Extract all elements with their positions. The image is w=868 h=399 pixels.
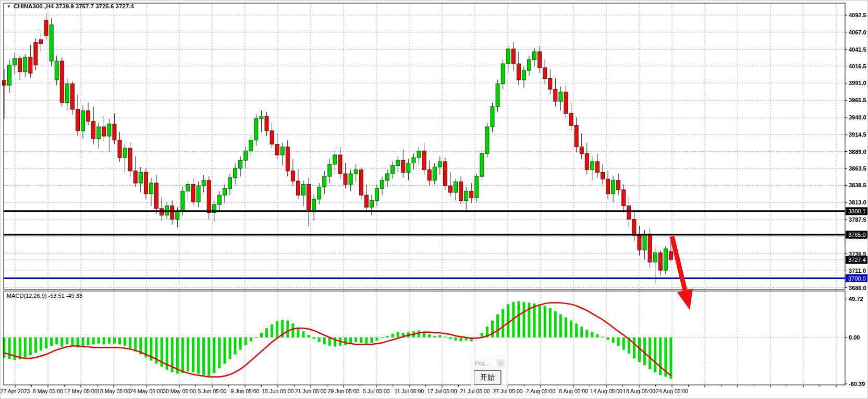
svg-text:3700.0: 3700.0 bbox=[848, 275, 866, 282]
svg-text:27 Apr 2023: 27 Apr 2023 bbox=[1, 388, 30, 394]
svg-text:-60.39: -60.39 bbox=[849, 381, 865, 387]
svg-text:4067.0: 4067.0 bbox=[849, 29, 866, 35]
popup-title: Poi... bbox=[474, 359, 490, 367]
svg-text:3914.5: 3914.5 bbox=[849, 131, 866, 138]
symbol-ohlc-text: CHINA300-,H4 3739.9 3757.7 3725.6 3727.4 bbox=[14, 3, 134, 9]
svg-text:4016.5: 4016.5 bbox=[849, 63, 866, 69]
svg-text:3711.0: 3711.0 bbox=[849, 268, 866, 274]
candles-layer bbox=[3, 14, 673, 284]
macd-histogram-layer bbox=[3, 301, 673, 379]
down-arrow-annotation[interactable] bbox=[672, 236, 693, 310]
svg-text:4092.5: 4092.5 bbox=[849, 12, 866, 18]
svg-text:3991.0: 3991.0 bbox=[849, 80, 866, 86]
svg-text:27 Jul 05:00: 27 Jul 05:00 bbox=[493, 388, 522, 394]
overlay-popup[interactable]: Poi... x 开始 bbox=[471, 356, 508, 388]
svg-text:2 Aug 05:00: 2 Aug 05:00 bbox=[526, 388, 555, 394]
horizontal-lines-layer[interactable] bbox=[4, 211, 845, 279]
svg-text:3727.4: 3727.4 bbox=[848, 257, 866, 263]
svg-text:14 Aug 05:00: 14 Aug 05:00 bbox=[590, 388, 622, 394]
svg-text:4041.5: 4041.5 bbox=[849, 46, 866, 53]
svg-text:0.00: 0.00 bbox=[849, 334, 860, 341]
svg-text:3838.5: 3838.5 bbox=[849, 182, 866, 188]
svg-text:3787.5: 3787.5 bbox=[849, 216, 866, 223]
svg-text:9 Jun 05:00: 9 Jun 05:00 bbox=[231, 388, 260, 394]
svg-text:24 May 05:00: 24 May 05:00 bbox=[130, 388, 163, 394]
svg-text:8 May 05:00: 8 May 05:00 bbox=[33, 388, 63, 394]
svg-text:17 Jul 05:00: 17 Jul 05:00 bbox=[427, 388, 457, 394]
svg-text:15 Jun 05:00: 15 Jun 05:00 bbox=[262, 388, 294, 394]
macd-axis[interactable]: 49.720.00-60.39 bbox=[845, 296, 865, 387]
svg-text:18 May 05:00: 18 May 05:00 bbox=[97, 388, 130, 394]
svg-text:3800.1: 3800.1 bbox=[848, 208, 866, 214]
time-axis[interactable]: 27 Apr 20238 May 05:0012 May 05:0018 May… bbox=[1, 385, 836, 394]
chart-title: ▼ CHINA300-,H4 3739.9 3757.7 3725.6 3727… bbox=[7, 3, 134, 9]
svg-text:21 Jun 05:00: 21 Jun 05:00 bbox=[295, 388, 327, 394]
close-icon[interactable]: x bbox=[497, 359, 505, 367]
svg-text:8 Aug 05:00: 8 Aug 05:00 bbox=[559, 388, 588, 394]
svg-text:3940.0: 3940.0 bbox=[849, 114, 866, 120]
svg-text:11 Jul 05:00: 11 Jul 05:00 bbox=[395, 388, 424, 394]
svg-text:3765.0: 3765.0 bbox=[848, 232, 866, 238]
svg-text:30 May 05:00: 30 May 05:00 bbox=[163, 388, 196, 394]
start-button[interactable]: 开始 bbox=[474, 370, 501, 384]
popup-header[interactable]: Poi... x bbox=[474, 358, 505, 369]
svg-text:21 Jul 05:00: 21 Jul 05:00 bbox=[460, 388, 490, 394]
price-chart-canvas[interactable]: 4092.54067.04041.54016.53991.03965.53940… bbox=[1, 1, 868, 399]
svg-text:49.72: 49.72 bbox=[849, 296, 863, 302]
svg-text:3965.5: 3965.5 bbox=[849, 97, 866, 103]
svg-text:12 May 05:00: 12 May 05:00 bbox=[64, 388, 97, 394]
trading-chart-window: 4092.54067.04041.54016.53991.03965.53940… bbox=[0, 0, 868, 399]
symbol-dropdown-icon[interactable]: ▼ bbox=[7, 4, 11, 9]
svg-text:18 Aug 05:00: 18 Aug 05:00 bbox=[623, 388, 655, 394]
svg-text:3863.5: 3863.5 bbox=[849, 165, 866, 172]
svg-text:29 Jun 05:00: 29 Jun 05:00 bbox=[328, 388, 360, 394]
svg-text:3686.0: 3686.0 bbox=[849, 285, 866, 291]
svg-text:24 Aug 05:00: 24 Aug 05:00 bbox=[656, 388, 688, 394]
grid-layer bbox=[4, 4, 845, 384]
svg-text:5 Jun 05:00: 5 Jun 05:00 bbox=[198, 388, 227, 394]
svg-text:3813.0: 3813.0 bbox=[849, 199, 866, 205]
svg-text:3889.0: 3889.0 bbox=[849, 149, 866, 155]
macd-indicator-label: MACD(12,26,9) -53.51 -49.33 bbox=[7, 293, 82, 299]
panel-borders bbox=[4, 3, 845, 385]
svg-text:5 Jul 05:00: 5 Jul 05:00 bbox=[363, 388, 390, 394]
price-axis[interactable]: 4092.54067.04041.54016.53991.03965.53940… bbox=[845, 12, 866, 291]
